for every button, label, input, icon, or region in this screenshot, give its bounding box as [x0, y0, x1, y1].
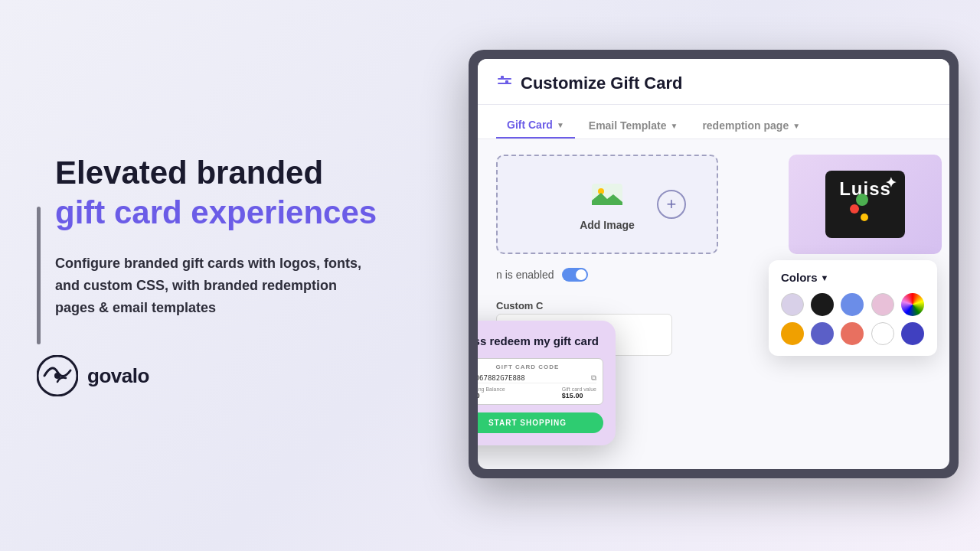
tab-redemption-page[interactable]: redemption page ▼: [691, 112, 811, 139]
headline-line2: gift card experiences: [55, 194, 435, 231]
svg-rect-3: [498, 83, 511, 84]
svg-rect-2: [498, 78, 511, 80]
balance-row: Remaining Balance $15.00 Gift card value…: [478, 383, 596, 399]
colors-label: Colors: [781, 271, 818, 284]
ui-tabs: Gift Card ▼ Email Template ▼ redemption …: [478, 105, 949, 139]
toggle-knob: [576, 269, 586, 280]
colors-header: Colors ▼: [781, 271, 925, 284]
svg-rect-4: [501, 76, 504, 79]
tab-redemption-arrow: ▼: [792, 122, 800, 130]
accent-bar: [37, 207, 41, 344]
headline-line1: Elevated branded: [55, 155, 435, 191]
tab-email-template[interactable]: Email Template ▼: [578, 112, 689, 139]
gift-card-inner: Luiss ✦: [825, 171, 905, 238]
customize-icon: [496, 73, 513, 93]
custom-css-label: Custom C: [496, 300, 543, 311]
swatch-rainbow[interactable]: [901, 293, 924, 316]
left-panel: Elevated branded gift card experiences C…: [37, 0, 435, 551]
tab-email-arrow: ▼: [670, 122, 678, 130]
gift-value-block: Gift card value $15.00: [562, 386, 596, 399]
swatch-black[interactable]: [811, 293, 834, 316]
tab-gift-card-arrow: ▼: [557, 121, 564, 129]
swatch-pink[interactable]: [871, 293, 894, 316]
swatch-dark-blue[interactable]: [901, 322, 924, 345]
colors-panel: Colors ▼: [769, 260, 937, 356]
gift-value-label: Gift card value: [562, 386, 596, 392]
code-box: GIFT CARD CODE H43DD67882G7E888 ⧉ Remain…: [478, 358, 603, 405]
code-row: H43DD67882G7E888 ⧉: [478, 373, 596, 383]
gift-card-preview: Luiss ✦: [789, 155, 942, 254]
ui-window: Customize Gift Card Gift Card ▼ Email Te…: [469, 50, 959, 478]
remaining-label: Remaining Balance: [478, 386, 505, 392]
colors-dropdown-arrow[interactable]: ▼: [821, 273, 829, 282]
add-image-label: Add Image: [580, 219, 635, 231]
code-value: H43DD67882G7E888: [478, 374, 525, 382]
tab-gift-card[interactable]: Gift Card ▼: [496, 112, 575, 139]
svg-point-1: [54, 373, 60, 379]
swatch-lavender[interactable]: [781, 293, 804, 316]
remaining-block: Remaining Balance $15.00: [478, 386, 505, 399]
upload-plus-button[interactable]: +: [657, 190, 686, 219]
remaining-value: $15.00: [478, 392, 505, 399]
start-shopping-button[interactable]: START SHOPPING: [478, 412, 603, 433]
logo-text: govalo: [87, 364, 149, 388]
colors-grid: [781, 293, 925, 345]
toggle-switch[interactable]: [562, 268, 588, 282]
ui-header: Customize Gift Card: [478, 59, 949, 105]
ui-inner: Customize Gift Card Gift Card ▼ Email Te…: [478, 59, 949, 469]
description: Configure branded gift cards with logos,…: [55, 253, 377, 318]
swatch-indigo[interactable]: [811, 322, 834, 345]
swatch-orange[interactable]: [781, 322, 804, 345]
gift-value: $15.00: [562, 392, 596, 399]
swatch-white[interactable]: [871, 322, 894, 345]
add-image-icon: [590, 178, 624, 211]
logo-area: govalo: [37, 355, 435, 396]
govalo-logo-icon: [37, 355, 78, 396]
code-label: GIFT CARD CODE: [478, 364, 596, 370]
gift-card-dots: [845, 194, 868, 224]
toggle-row: n is enabled: [496, 268, 588, 282]
ui-content: Add Image + Luiss ✦ n is enabled: [478, 139, 949, 430]
upload-area[interactable]: Add Image +: [496, 155, 718, 254]
copy-icon[interactable]: ⧉: [591, 373, 596, 383]
headline-block: Elevated branded gift card experiences C…: [37, 155, 435, 356]
svg-rect-5: [505, 80, 508, 83]
star-icon: ✦: [885, 174, 897, 191]
swatch-coral[interactable]: [841, 322, 864, 345]
swatch-blue[interactable]: [841, 293, 864, 316]
redemption-title: Luiss redeem my gift card: [478, 333, 603, 349]
redemption-card: Luiss redeem my gift card GIFT CARD CODE…: [478, 321, 616, 445]
page-title: Customize Gift Card: [521, 73, 682, 93]
toggle-label: n is enabled: [496, 269, 554, 281]
